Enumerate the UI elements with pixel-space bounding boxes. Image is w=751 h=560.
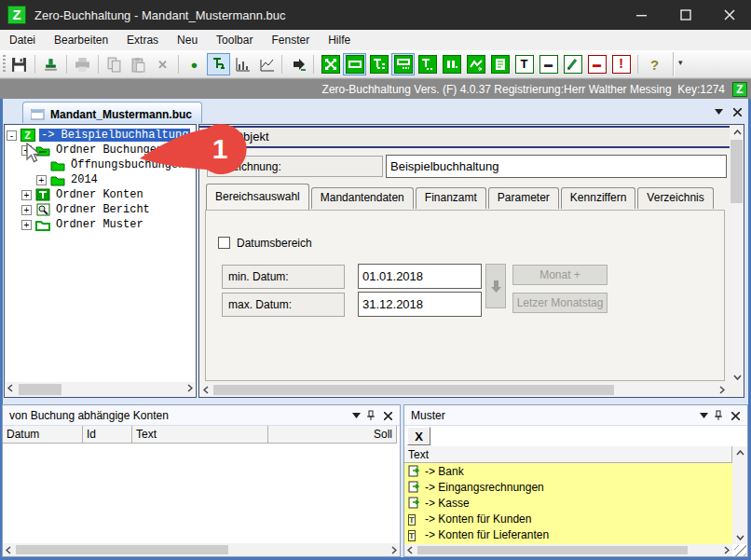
muster-item-bank[interactable]: -> Bank — [404, 463, 732, 479]
resize-view-button[interactable] — [319, 53, 342, 75]
hide-panel-button[interactable] — [343, 53, 366, 75]
menu-bearbeiten[interactable]: Bearbeiten — [45, 31, 117, 49]
record-button[interactable]: ● — [183, 53, 206, 75]
panel-pin-button[interactable] — [364, 409, 377, 422]
scroll-left-icon[interactable] — [7, 384, 13, 392]
scroll-thumb[interactable] — [213, 385, 614, 395]
tree-view-button[interactable] — [207, 53, 230, 75]
panel-menu-button[interactable] — [697, 409, 710, 422]
document-tab[interactable]: Mandant_Mustermann.buc — [22, 102, 202, 123]
copy-button[interactable] — [102, 53, 126, 75]
close-button[interactable] — [707, 0, 751, 30]
scroll-right-icon[interactable] — [391, 546, 397, 554]
muster-item-kasse[interactable]: -> Kasse — [404, 495, 732, 511]
scroll-up-icon[interactable] — [736, 450, 744, 456]
scroll-up-icon[interactable] — [733, 130, 742, 135]
scroll-left-icon[interactable] — [6, 546, 11, 554]
scroll-right-icon[interactable] — [719, 386, 725, 394]
toolbar-grip[interactable] — [3, 55, 6, 74]
menu-neu[interactable]: Neu — [168, 31, 207, 49]
panel-menu-button[interactable] — [349, 409, 362, 422]
help-button[interactable]: ? — [643, 53, 666, 75]
max-datum-input[interactable] — [358, 292, 482, 317]
scroll-right-icon[interactable] — [724, 546, 730, 554]
muster-item-eingangsrechnungen[interactable]: -> Eingangsrechnungen — [404, 479, 732, 495]
tab-parameter[interactable]: Parameter — [488, 187, 559, 209]
main-horizontal-scrollbar[interactable] — [200, 383, 728, 397]
minimize-button[interactable] — [620, 0, 663, 30]
red-dash-button[interactable]: ▬ — [585, 53, 608, 75]
scroll-right-icon[interactable] — [187, 384, 193, 392]
column-datum[interactable]: Datum — [3, 426, 83, 444]
tab-kennziffern[interactable]: Kennziffern — [561, 187, 636, 209]
column-id[interactable]: Id — [83, 426, 132, 444]
bars-panel-view-button[interactable] — [440, 53, 463, 75]
tree-expand-box[interactable]: + — [21, 205, 32, 215]
scroll-down-icon[interactable] — [736, 535, 744, 540]
letzter-monatstag-button[interactable]: Letzer Monatstag — [512, 293, 608, 313]
panel-pin-button[interactable] — [712, 409, 725, 422]
scroll-thumb[interactable] — [731, 140, 743, 203]
menu-hilfe[interactable]: Hilfe — [319, 31, 360, 49]
bold-text-button[interactable]: T — [512, 53, 536, 75]
konten-list-body[interactable] — [3, 444, 400, 543]
menu-extras[interactable]: Extras — [117, 31, 168, 49]
detail-panel-view-button[interactable] — [391, 53, 415, 75]
muster-item-konten-kunden[interactable]: T -> Konten für Kunden — [404, 511, 732, 526]
tab-list-dropdown-button[interactable] — [712, 105, 725, 118]
text-table-view-button[interactable] — [367, 53, 390, 75]
tree-item-ordner-muster[interactable]: + Ordner Muster — [7, 217, 145, 232]
tree-collapse-box[interactable]: - — [7, 130, 17, 141]
delete-button[interactable]: ✕ — [151, 53, 174, 75]
tab-bereichsauswahl[interactable]: Bereichsauswahl — [206, 184, 309, 210]
muster-clear-button[interactable]: X — [407, 427, 430, 445]
menu-datei[interactable]: Datei — [0, 31, 45, 49]
dash-button[interactable]: ▬ — [537, 53, 560, 75]
panel-close-button[interactable] — [381, 409, 394, 422]
konten-horizontal-scrollbar[interactable] — [3, 543, 400, 556]
menu-toolbar[interactable]: Toolbar — [207, 31, 262, 49]
scroll-left-icon[interactable] — [407, 546, 413, 554]
tab-close-button[interactable] — [731, 105, 744, 118]
tree-expand-box[interactable]: + — [21, 190, 32, 200]
min-datum-input[interactable] — [358, 264, 482, 289]
line-chart-view-button[interactable] — [255, 53, 279, 75]
muster-vertical-scrollbar[interactable] — [732, 446, 747, 544]
column-soll[interactable]: Soll — [268, 426, 397, 444]
scroll-left-icon[interactable] — [203, 386, 209, 394]
chart-panel-view-button[interactable] — [464, 53, 487, 75]
pen-button[interactable] — [561, 53, 584, 75]
goto-button[interactable] — [287, 53, 310, 75]
column-text[interactable]: Text — [132, 426, 268, 444]
toolbar-overflow-button[interactable]: ▾ — [678, 58, 683, 67]
muster-item-konten-lieferanten[interactable]: T -> Konten für Lieferanten — [404, 526, 732, 542]
muster-horizontal-scrollbar[interactable] — [404, 544, 732, 556]
maximize-button[interactable] — [663, 0, 707, 30]
tab-mandantendaten[interactable]: Mandantendaten — [311, 187, 414, 209]
scroll-thumb[interactable] — [417, 546, 688, 554]
tree-expand-box[interactable]: + — [21, 220, 32, 230]
resize-grip[interactable] — [734, 545, 746, 556]
post-button[interactable] — [39, 53, 62, 75]
scroll-down-icon[interactable] — [733, 375, 742, 380]
tab-finanzamt[interactable]: Finanzamt — [416, 187, 486, 209]
muster-column-text[interactable]: Text — [404, 446, 732, 463]
copy-date-down-button[interactable] — [485, 264, 506, 308]
tree-item-ordner-bericht[interactable]: + Ordner Bericht — [7, 202, 152, 217]
tree-item-ordner-konten[interactable]: + Ordner Konten — [7, 187, 145, 202]
main-vertical-scrollbar[interactable] — [730, 127, 744, 383]
monat-plus-button[interactable]: Monat + — [512, 265, 608, 285]
tree-horizontal-scrollbar[interactable] — [6, 382, 195, 397]
scroll-thumb[interactable] — [19, 384, 61, 395]
bar-chart-view-button[interactable] — [231, 53, 254, 75]
paste-button[interactable] — [127, 53, 150, 75]
print-button[interactable] — [71, 53, 94, 75]
save-button[interactable] — [7, 53, 31, 75]
datumsbereich-checkbox[interactable] — [218, 237, 230, 249]
bezeichnung-input[interactable] — [386, 155, 727, 178]
scroll-thumb[interactable] — [16, 545, 228, 554]
panel-close-button[interactable] — [729, 409, 742, 422]
tree-item-2014[interactable]: + 2014 — [7, 172, 100, 187]
tab-verzeichnis[interactable]: Verzeichnis — [637, 187, 713, 209]
important-button[interactable]: ! — [609, 53, 633, 75]
